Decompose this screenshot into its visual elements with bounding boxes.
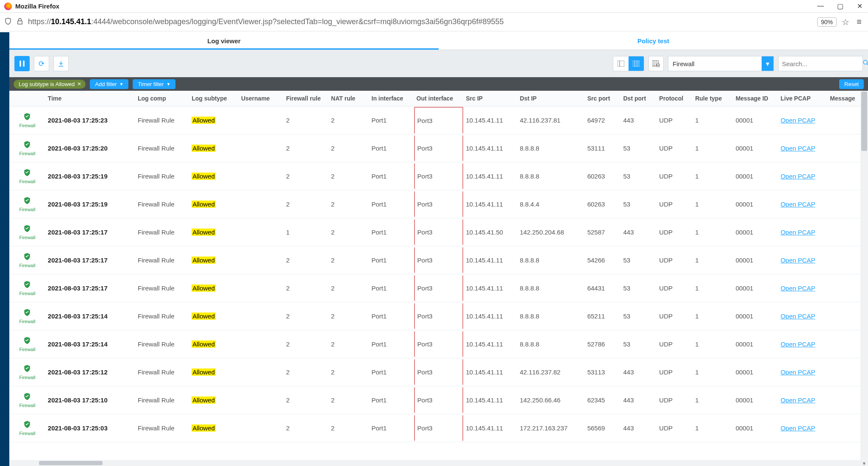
module-filter-dropdown[interactable]: ▾: [668, 56, 774, 71]
scroll-thumb[interactable]: [39, 461, 103, 465]
cell-pcap[interactable]: Open PCAP: [778, 134, 828, 162]
vertical-scrollbar[interactable]: ▲ ▼: [860, 91, 868, 466]
scroll-thumb[interactable]: [861, 92, 867, 151]
row-category: Firewall: [9, 162, 45, 190]
cell-fw: 2: [284, 302, 328, 330]
col-dp[interactable]: Dst port: [620, 91, 657, 106]
tab-policy-test[interactable]: Policy test: [439, 32, 868, 50]
table-row[interactable]: Firewall2021-08-03 17:25:03Firewall Rule…: [9, 414, 868, 442]
close-button[interactable]: ✕: [855, 2, 864, 10]
cell-pcap[interactable]: Open PCAP: [778, 218, 828, 246]
table-row[interactable]: Firewall2021-08-03 17:25:17Firewall Rule…: [9, 218, 868, 246]
col-time[interactable]: Time: [45, 91, 135, 106]
cell-mid: 00001: [733, 106, 778, 134]
zoom-indicator[interactable]: 90%: [817, 17, 837, 27]
cell-dp: 53: [620, 302, 657, 330]
reset-button[interactable]: Reset: [839, 79, 864, 89]
col-rt[interactable]: Rule type: [693, 91, 733, 106]
col-fw[interactable]: Firewall rule: [284, 91, 328, 106]
col-dip[interactable]: Dst IP: [517, 91, 585, 106]
tab-log-viewer[interactable]: Log viewer: [9, 32, 439, 50]
cell-mid: 00001: [733, 246, 778, 274]
pause-button[interactable]: [14, 56, 30, 71]
lock-icon[interactable]: [16, 17, 24, 27]
export-button[interactable]: [53, 56, 69, 71]
cell-outi: Port3: [414, 274, 464, 302]
col-nat[interactable]: NAT rule: [328, 91, 369, 106]
cell-time: 2021-08-03 17:25:10: [45, 386, 135, 414]
cell-sip: 10.145.41.50: [463, 218, 517, 246]
cell-pcap[interactable]: Open PCAP: [778, 414, 828, 442]
cell-pcap[interactable]: Open PCAP: [778, 330, 828, 358]
cell-mid: 00001: [733, 358, 778, 386]
table-row[interactable]: Firewall2021-08-03 17:25:14Firewall Rule…: [9, 302, 868, 330]
table-row[interactable]: Firewall2021-08-03 17:25:17Firewall Rule…: [9, 274, 868, 302]
browser-menu-icon[interactable]: ≡: [854, 17, 864, 27]
cell-sip: 10.145.41.11: [463, 302, 517, 330]
url-field[interactable]: https://10.145.41.1:4444/webconsole/webp…: [28, 17, 813, 26]
cell-nat: 2: [328, 386, 369, 414]
cell-pcap[interactable]: Open PCAP: [778, 274, 828, 302]
col-mid[interactable]: Message ID: [733, 91, 778, 106]
view-detailed-button[interactable]: [629, 56, 644, 71]
refresh-button[interactable]: ⟳: [34, 56, 49, 71]
cell-mid: 00001: [733, 162, 778, 190]
table-row[interactable]: Firewall2021-08-03 17:25:10Firewall Rule…: [9, 386, 868, 414]
cell-outi: Port3: [414, 386, 464, 414]
table-row[interactable]: Firewall2021-08-03 17:25:12Firewall Rule…: [9, 358, 868, 386]
add-filter-button[interactable]: Add filter▼: [90, 79, 128, 89]
col-ini[interactable]: In interface: [369, 91, 414, 106]
scroll-down-icon[interactable]: ▼: [860, 461, 868, 466]
bottom-scrollbar[interactable]: [9, 460, 860, 466]
maximize-button[interactable]: ▢: [836, 2, 844, 10]
svg-rect-1: [19, 61, 21, 67]
cell-rt: 1: [693, 330, 733, 358]
module-filter-value[interactable]: [668, 60, 762, 67]
table-row[interactable]: Firewall2021-08-03 17:25:19Firewall Rule…: [9, 162, 868, 190]
cell-sip: 10.145.41.11: [463, 106, 517, 134]
cell-sub: Allowed: [189, 302, 239, 330]
timer-filter-button[interactable]: Timer filter▼: [133, 79, 175, 89]
table-row[interactable]: Firewall2021-08-03 17:25:14Firewall Rule…: [9, 330, 868, 358]
search-icon: [862, 59, 868, 68]
col-user[interactable]: Username: [239, 91, 284, 106]
cell-comp: Firewall Rule: [135, 274, 189, 302]
col-sip[interactable]: Src IP: [463, 91, 517, 106]
col-comp[interactable]: Log comp: [135, 91, 189, 106]
tracking-shield-icon[interactable]: [4, 17, 12, 27]
cell-pcap[interactable]: Open PCAP: [778, 246, 828, 274]
minimize-button[interactable]: —: [816, 2, 825, 10]
table-row[interactable]: Firewall2021-08-03 17:25:20Firewall Rule…: [9, 134, 868, 162]
cell-pcap[interactable]: Open PCAP: [778, 190, 828, 218]
cell-time: 2021-08-03 17:25:19: [45, 162, 135, 190]
col-outi[interactable]: Out interface: [414, 91, 464, 106]
active-filter-chip[interactable]: Log subtype is Allowed ✕: [14, 80, 86, 89]
col-proto[interactable]: Protocol: [657, 91, 693, 106]
bookmark-star-icon[interactable]: ☆: [841, 17, 850, 27]
table-row[interactable]: Firewall2021-08-03 17:25:19Firewall Rule…: [9, 190, 868, 218]
table-row[interactable]: Firewall2021-08-03 17:25:23Firewall Rule…: [9, 106, 868, 134]
col-sub[interactable]: Log subtype: [189, 91, 239, 106]
search-box[interactable]: [778, 56, 863, 71]
chip-remove-icon[interactable]: ✕: [77, 81, 81, 87]
cell-rt: 1: [693, 106, 733, 134]
cell-dp: 53: [620, 330, 657, 358]
cell-pcap[interactable]: Open PCAP: [778, 162, 828, 190]
column-settings-button[interactable]: [648, 56, 664, 71]
col-sp[interactable]: Src port: [585, 91, 621, 106]
cell-user: [239, 386, 284, 414]
cell-pcap[interactable]: Open PCAP: [778, 358, 828, 386]
table-row[interactable]: Firewall2021-08-03 17:25:17Firewall Rule…: [9, 246, 868, 274]
shield-check-icon: [23, 281, 31, 290]
cell-pcap[interactable]: Open PCAP: [778, 106, 828, 134]
shield-check-icon: [23, 421, 31, 430]
col-pcap[interactable]: Live PCAP: [778, 91, 828, 106]
cell-outi: Port3: [414, 414, 464, 442]
cell-pcap[interactable]: Open PCAP: [778, 386, 828, 414]
cell-pcap[interactable]: Open PCAP: [778, 302, 828, 330]
view-standard-button[interactable]: [613, 56, 629, 71]
cell-proto: UDP: [657, 330, 693, 358]
cell-rt: 1: [693, 218, 733, 246]
cell-outi: Port3: [414, 162, 464, 190]
search-input[interactable]: [782, 60, 862, 67]
